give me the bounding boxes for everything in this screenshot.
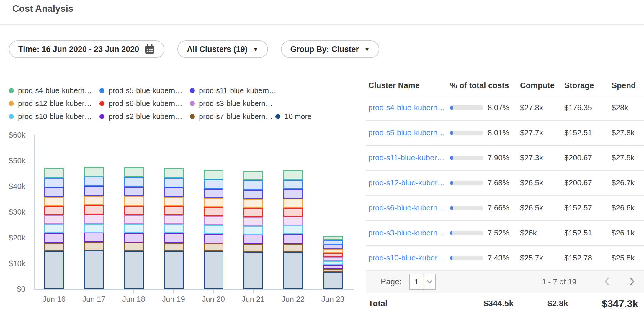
- bar-segment[interactable]: [323, 261, 343, 265]
- bar-segment[interactable]: [124, 187, 144, 196]
- bar-segment[interactable]: [283, 170, 303, 180]
- cluster-link[interactable]: prod-s6-blue-kubern…: [368, 203, 450, 212]
- bar-segment[interactable]: [243, 252, 263, 289]
- next-page-button[interactable]: [628, 276, 637, 287]
- bar-segment[interactable]: [283, 244, 303, 252]
- page-select[interactable]: 1: [409, 274, 436, 290]
- bar-segment[interactable]: [44, 178, 64, 187]
- bar-segment[interactable]: [243, 199, 263, 208]
- bar-segment[interactable]: [204, 225, 223, 234]
- bar-segment[interactable]: [243, 180, 263, 190]
- bar-segment[interactable]: [84, 167, 104, 177]
- bar-segment[interactable]: [204, 170, 223, 179]
- bar-segment[interactable]: [164, 251, 184, 289]
- bar-segment[interactable]: [323, 245, 343, 249]
- bar-segment[interactable]: [243, 217, 263, 226]
- bar-segment[interactable]: [283, 189, 303, 199]
- legend-item[interactable]: prod-s4-blue-kubern…: [9, 86, 99, 95]
- bar-segment[interactable]: [243, 226, 263, 234]
- bar-segment[interactable]: [164, 187, 184, 197]
- bar-segment[interactable]: [204, 234, 223, 243]
- bar-segment[interactable]: [124, 196, 144, 205]
- legend-item[interactable]: prod-s10-blue-kuber…: [9, 112, 99, 121]
- bar-segment[interactable]: [164, 224, 184, 233]
- bar-segment[interactable]: [323, 253, 343, 257]
- cluster-link[interactable]: prod-s11-blue-kuber…: [368, 153, 450, 162]
- legend-item[interactable]: prod-s3-blue-kubern…: [190, 99, 275, 108]
- legend-item[interactable]: prod-s7-blue-kubern…: [190, 112, 275, 121]
- clusters-filter-dropdown[interactable]: All Clusters (19) ▼: [177, 40, 268, 58]
- bar-segment[interactable]: [164, 233, 184, 243]
- bar-segment[interactable]: [84, 250, 104, 289]
- bar-segment[interactable]: [124, 233, 144, 243]
- bar-segment[interactable]: [243, 208, 263, 217]
- bar-segment[interactable]: [124, 206, 144, 215]
- bar-segment[interactable]: [283, 234, 303, 244]
- legend-item[interactable]: 10 more: [275, 112, 312, 121]
- bar-segment[interactable]: [44, 224, 64, 233]
- bar-segment[interactable]: [44, 243, 64, 251]
- bar-segment[interactable]: [164, 206, 184, 215]
- bar-segment[interactable]: [44, 168, 64, 178]
- bar-segment[interactable]: [84, 233, 104, 242]
- bar-segment[interactable]: [84, 186, 104, 196]
- bar-segment[interactable]: [204, 189, 223, 198]
- bar-segment[interactable]: [204, 198, 223, 207]
- legend-item[interactable]: prod-s6-blue-kubern…: [99, 99, 190, 108]
- cluster-link[interactable]: prod-s4-blue-kubern…: [368, 103, 450, 112]
- legend-item[interactable]: prod-s11-blue-kubern…: [190, 86, 275, 95]
- bar-segment[interactable]: [323, 265, 343, 269]
- bar-segment[interactable]: [84, 205, 104, 214]
- bar-segment[interactable]: [323, 257, 343, 260]
- bar-segment[interactable]: [283, 180, 303, 189]
- previous-page-button[interactable]: [602, 276, 611, 287]
- bar-segment[interactable]: [283, 225, 303, 234]
- bar-segment[interactable]: [164, 243, 184, 251]
- bar-segment[interactable]: [124, 224, 144, 233]
- bar-segment[interactable]: [204, 207, 223, 216]
- bar-segment[interactable]: [124, 167, 144, 177]
- bar-segment[interactable]: [323, 249, 343, 253]
- bar-segment[interactable]: [204, 179, 223, 189]
- bar-segment[interactable]: [243, 190, 263, 199]
- bar-segment[interactable]: [323, 236, 343, 240]
- bar-segment[interactable]: [283, 217, 303, 225]
- bar-segment[interactable]: [124, 243, 144, 251]
- bar-segment[interactable]: [243, 244, 263, 252]
- bar-segment[interactable]: [124, 215, 144, 224]
- cluster-link[interactable]: prod-s10-blue-kuber…: [368, 253, 450, 263]
- bar-segment[interactable]: [124, 251, 144, 289]
- bar-segment[interactable]: [44, 251, 64, 289]
- time-range-filter-button[interactable]: Time: 16 Jun 2020 - 23 Jun 2020: [9, 40, 164, 58]
- bar-segment[interactable]: [204, 216, 223, 225]
- bar-segment[interactable]: [124, 177, 144, 187]
- bar-segment[interactable]: [44, 187, 64, 197]
- bar-segment[interactable]: [243, 171, 263, 180]
- bar-segment[interactable]: [84, 242, 104, 250]
- legend-item[interactable]: prod-s2-blue-kubern…: [99, 112, 190, 121]
- bar-segment[interactable]: [323, 272, 343, 289]
- bar-segment[interactable]: [44, 233, 64, 243]
- bar-segment[interactable]: [323, 269, 343, 272]
- group-by-dropdown[interactable]: Group By: Cluster ▼: [281, 40, 379, 58]
- bar-segment[interactable]: [84, 215, 104, 224]
- bar-segment[interactable]: [204, 251, 223, 289]
- bar-segment[interactable]: [84, 196, 104, 205]
- legend-item[interactable]: prod-s5-blue-kubern…: [99, 86, 190, 95]
- bar-segment[interactable]: [84, 224, 104, 233]
- bar-segment[interactable]: [283, 208, 303, 217]
- cluster-link[interactable]: prod-s12-blue-kuber…: [368, 178, 450, 187]
- cluster-link[interactable]: prod-s5-blue-kubern…: [368, 128, 450, 137]
- bar-segment[interactable]: [84, 177, 104, 186]
- bar-segment[interactable]: [164, 215, 184, 224]
- bar-segment[interactable]: [243, 235, 263, 244]
- bar-segment[interactable]: [283, 252, 303, 289]
- bar-segment[interactable]: [44, 206, 64, 215]
- bar-segment[interactable]: [164, 197, 184, 206]
- bar-segment[interactable]: [164, 178, 184, 187]
- bar-segment[interactable]: [283, 199, 303, 208]
- bar-segment[interactable]: [44, 197, 64, 206]
- bar-segment[interactable]: [164, 168, 184, 178]
- legend-item[interactable]: prod-s12-blue-kuber…: [9, 99, 99, 108]
- cluster-link[interactable]: prod-s3-blue-kubern…: [368, 228, 450, 238]
